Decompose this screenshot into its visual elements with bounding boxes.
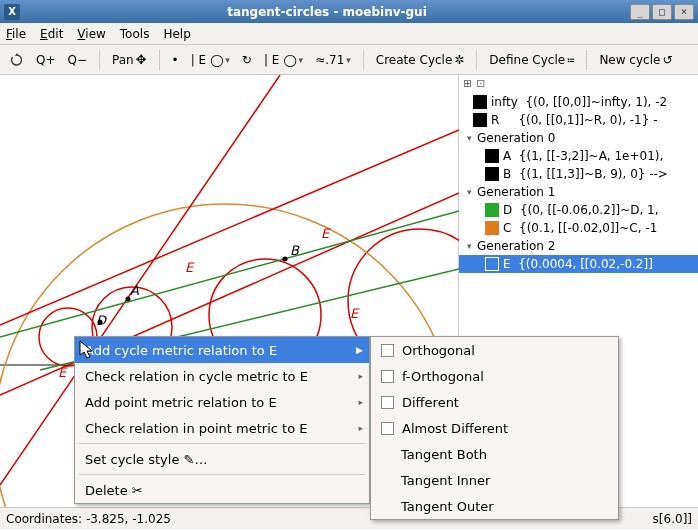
svg-line-6 [0,130,459,325]
label-E-6: E [58,365,68,380]
checkbox-icon [381,396,394,409]
delete-icon: ✂ [132,483,143,498]
ctx-set-style[interactable]: Set cycle style ✎… [75,446,369,472]
rotate-tool-button[interactable]: ↻ [238,51,256,69]
tree-item-E[interactable]: E {(0.0004, [[0.02,-0.2]] [459,255,698,273]
checkbox-icon [381,344,394,357]
toolbar: Q+ Q− Pan ✥ • | E ◯▾ ↻ | E ◯▾ ≈.71▾ Crea… [0,45,698,75]
sub-tangent-inner[interactable]: Tangent Inner [371,467,618,493]
menu-view[interactable]: View [77,27,105,41]
status-coordinates: Coordinates: -3.825, -1.025 [6,512,171,526]
menu-bar: File Edit View Tools Help [0,23,698,45]
close-button[interactable]: × [674,4,694,20]
cycle-tool-2-button[interactable]: | E ◯▾ [260,51,307,69]
ctx-check-point-metric[interactable]: Check relation in point metric to E▸ [75,415,369,441]
minimize-button[interactable]: _ [630,4,650,20]
label-E-1: E [185,260,195,275]
tree-item-B[interactable]: B {(1, [[1,3]]~B, 9), 0} --> [459,165,698,183]
sub-f-orthogonal[interactable]: f-Orthogonal [371,363,618,389]
panel-tool-icon[interactable]: ⊞ [463,77,472,91]
refresh-button[interactable] [6,51,28,69]
svg-point-12 [283,257,288,262]
panel-tool-icon[interactable]: ⊡ [476,77,485,91]
app-icon: X [4,4,20,20]
precision-button[interactable]: ≈.71▾ [311,51,355,69]
menu-help[interactable]: Help [163,27,190,41]
ctx-add-point-metric[interactable]: Add point metric relation to E▸ [75,389,369,415]
ctx-delete[interactable]: Delete ✂ [75,477,369,503]
tree-item-A[interactable]: A {(1, [[-3,2]]~A, 1e+01), [459,147,698,165]
label-D: D [96,313,108,328]
ctx-add-cycle-metric[interactable]: Add cycle metric relation to E▶ [75,337,369,363]
sub-orthogonal[interactable]: Orthogonal [371,337,618,363]
maximize-button[interactable]: □ [652,4,672,20]
window-titlebar: X tangent-circles - moebinv-gui _ □ × [0,0,698,23]
label-A: A [130,283,139,298]
ctx-check-cycle-metric[interactable]: Check relation in cycle metric to E▸ [75,363,369,389]
sub-different[interactable]: Different [371,389,618,415]
status-right: s[6.0]] [653,512,692,526]
create-cycle-button[interactable]: Create Cycle ✲ [372,51,469,69]
pencil-icon: ✎… [184,452,208,467]
tree-generation-2[interactable]: ▾Generation 2 [459,237,698,255]
cycle-tool-1-button[interactable]: | E ◯▾ [187,51,234,69]
pan-button[interactable]: Pan ✥ [108,50,151,69]
context-menu: Add cycle metric relation to E▶ Check re… [74,336,370,504]
menu-file[interactable]: File [6,27,26,41]
sub-almost-different[interactable]: Almost Different [371,415,618,441]
menu-edit[interactable]: Edit [40,27,63,41]
zoom-in-button[interactable]: Q+ [32,51,60,69]
label-B: B [290,243,300,258]
tree-item-C[interactable]: C {(0.1, [[-0.02,0]]~C, -1 [459,219,698,237]
tree-generation-0[interactable]: ▾Generation 0 [459,129,698,147]
new-cycle-button[interactable]: New cycle ↺ [595,51,676,69]
side-panel-tools: ⊞ ⊡ [459,75,698,93]
tree-generation-1[interactable]: ▾Generation 1 [459,183,698,201]
point-tool-button[interactable]: • [168,51,183,69]
label-E-3: E [350,306,360,321]
zoom-out-button[interactable]: Q− [64,51,92,69]
sub-tangent-both[interactable]: Tangent Both [371,441,618,467]
window-title: tangent-circles - moebinv-gui [26,5,628,19]
tree-item-R[interactable]: R {(0, [[0,1]]~R, 0), -1} - [459,111,698,129]
checkbox-icon [381,370,394,383]
context-submenu: Orthogonal f-Orthogonal Different Almost… [370,336,619,520]
tree-item-D[interactable]: D {(0, [[-0.06,0.2]]~D, 1, [459,201,698,219]
menu-tools[interactable]: Tools [120,27,150,41]
tree-item-infty[interactable]: infty {(0, [[0,0]]~infty, 1), -2 [459,93,698,111]
define-cycle-button[interactable]: Define Cycle ≔ [485,51,578,69]
checkbox-icon [381,422,394,435]
sub-tangent-outer[interactable]: Tangent Outer [371,493,618,519]
